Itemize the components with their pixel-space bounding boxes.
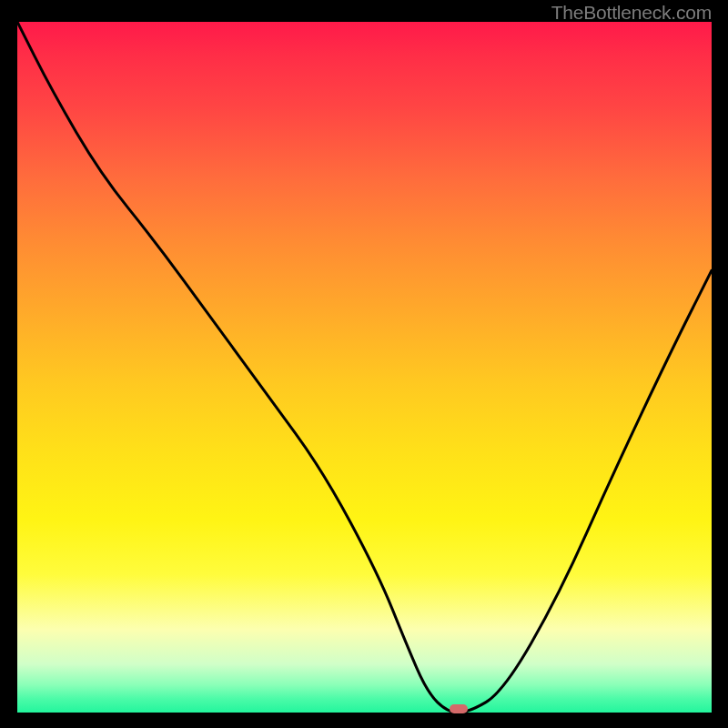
chart-container: TheBottleneck.com	[0, 0, 728, 728]
bottleneck-curve	[17, 22, 712, 713]
attribution-label: TheBottleneck.com	[551, 2, 712, 24]
plot-area	[17, 22, 712, 713]
optimal-point-marker	[450, 704, 468, 713]
